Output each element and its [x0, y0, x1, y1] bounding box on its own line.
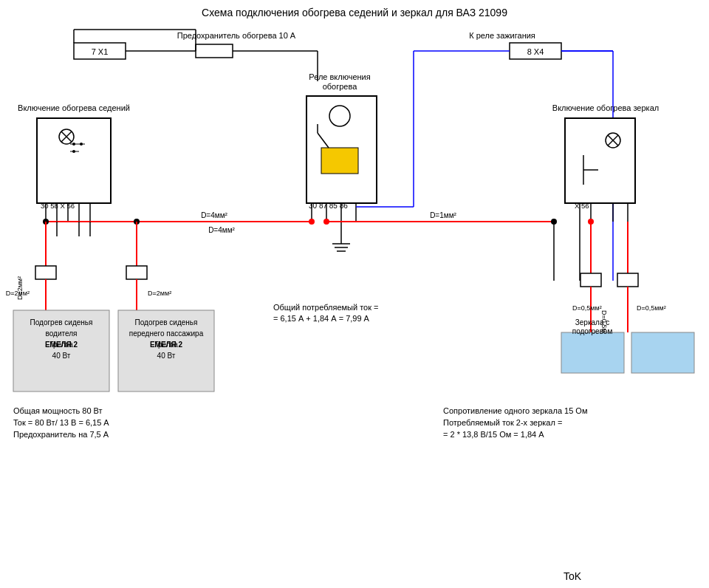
passenger-seat-label1: Подогрев сиденья — [135, 318, 198, 327]
mirror-resistance-label1: Сопротивление одного зеркала 15 Ом — [443, 406, 587, 415]
mirror-heat-label: Включение обогрева зеркал — [552, 103, 659, 112]
junction2 — [323, 219, 329, 225]
driver-seat-brand: ЕМЕЛЯ 2 — [45, 341, 78, 349]
left-switch-body — [37, 118, 111, 203]
passenger-seat-label4: 40 Вт — [157, 352, 176, 360]
seat-connector-right — [126, 266, 147, 279]
relay-pins: 30 87 85 86 — [309, 202, 348, 210]
total-power-label2: Ток = 80 Вт/ 13 В = 6,15 А — [13, 418, 109, 427]
mirror-right-box — [631, 332, 694, 373]
ignition-label: К реле зажигания — [469, 31, 535, 40]
d05mm1-label2: D=0,5мм² — [572, 304, 602, 312]
seat-heat-label: Включение обогрева седений — [18, 103, 130, 112]
connector2-label: 8 Х4 — [527, 47, 544, 56]
relay-coil — [329, 106, 350, 126]
d2mm2-label: D=2мм² — [148, 290, 171, 297]
d4mm-label: D=4мм² — [201, 211, 227, 219]
seat-connector-left — [35, 266, 56, 279]
right-switch-body — [565, 118, 635, 203]
d4mm2-center-label: D=4мм² — [208, 226, 235, 234]
passenger-seat-brand: ЕМЕЛЯ 2 — [150, 341, 183, 349]
total-current-label1: Общий потребляемый ток = — [273, 303, 379, 312]
passenger-seat-label2: переднего пассажира — [129, 329, 204, 338]
d2mm1-label2: D=2мм² — [6, 290, 30, 297]
right-switch-pins: Х 56 — [575, 202, 589, 210]
relay-label-line2: обогрева — [323, 82, 358, 91]
mirror-connector-left — [580, 273, 601, 287]
mirror-resistance-label3: = 2 * 13,8 В/15 Ом = 1,84 А — [443, 430, 544, 439]
fuse-symbol — [196, 44, 233, 58]
relay-contacts — [321, 148, 358, 174]
d1mm-label: D=1мм² — [430, 211, 456, 219]
tok-label: ToK — [564, 570, 582, 582]
total-power-label3: Предохранитель на 7,5 А — [13, 430, 109, 439]
junction1 — [309, 219, 315, 225]
mirrors-label1: Зеркала с — [575, 318, 610, 327]
diagram-container: Схема подключения обогрева седений и зер… — [0, 0, 709, 588]
d05mm2-label2: D=0,5мм² — [637, 304, 666, 312]
total-power-label1: Общая мощность 80 Вт — [13, 406, 103, 415]
page-title: Схема подключения обогрева седений и зер… — [202, 7, 507, 18]
mirror-left-box — [561, 332, 624, 373]
mirror-connector-right — [617, 273, 638, 287]
driver-seat-label2: водителя — [46, 329, 78, 338]
connector1-label: 7 Х1 — [92, 47, 109, 56]
fuse-label: Предохранитель обогрева 10 А — [177, 31, 296, 40]
mirrors-label2: подогревом — [572, 327, 613, 335]
relay-label-line1: Реле включения — [309, 72, 370, 81]
total-current-label2: = 6,15 А + 1,84 А = 7,99 А — [273, 314, 370, 323]
driver-seat-label1: Подогрев сиденья — [30, 318, 93, 327]
mirror-resistance-label2: Потребляемый ток 2-х зеркал = — [443, 418, 562, 427]
driver-seat-label4: 40 Вт — [52, 352, 71, 360]
